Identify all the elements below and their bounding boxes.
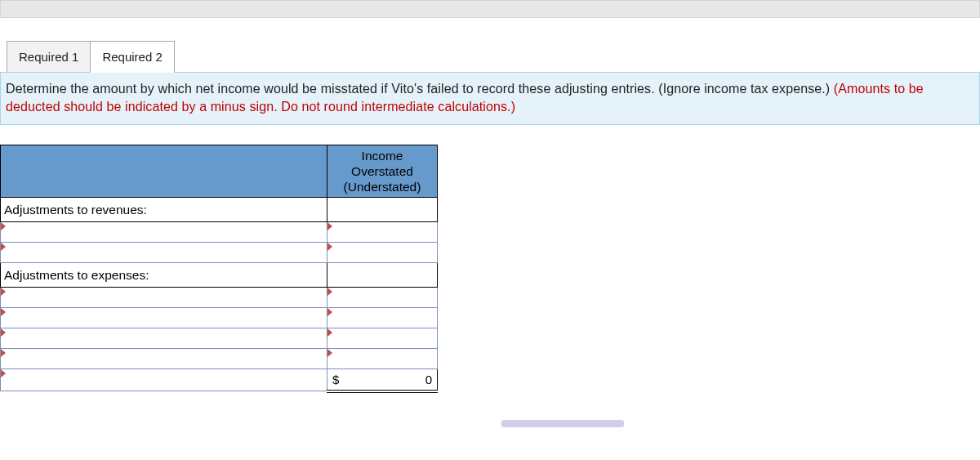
total-value: $ 0 (327, 369, 438, 391)
header-income-col: Income Overstated (Understated) (327, 145, 438, 198)
worksheet-table: Income Overstated (Understated) Adjustme… (0, 145, 980, 393)
section-revenues: Adjustments to revenues: (1, 198, 327, 222)
rev-row-1-label[interactable] (1, 222, 327, 243)
instructions-panel: Determine the amount by which net income… (0, 72, 980, 125)
dropdown-icon (327, 243, 332, 251)
dropdown-icon (1, 222, 6, 230)
section-expenses-right (327, 263, 438, 288)
dropdown-icon (1, 308, 6, 316)
table-row (1, 222, 438, 243)
total-amount: 0 (425, 373, 432, 386)
scroll-area (0, 413, 980, 431)
tab-required-1[interactable]: Required 1 (7, 41, 91, 73)
dropdown-icon (1, 288, 6, 296)
rev-row-1-value[interactable] (327, 222, 438, 243)
dropdown-icon (1, 369, 6, 377)
exp-row-3-label[interactable] (1, 328, 327, 349)
table-row (1, 349, 438, 369)
rev-row-2-label[interactable] (1, 243, 327, 263)
dropdown-icon (327, 288, 332, 296)
table-row (1, 308, 438, 328)
exp-row-2-label[interactable] (1, 308, 327, 328)
rev-row-2-value[interactable] (327, 243, 438, 263)
table-row (1, 288, 438, 308)
dropdown-icon (1, 349, 6, 357)
instructions-main: Determine the amount by which net income… (6, 82, 834, 96)
header-blank (1, 145, 327, 198)
exp-row-3-value[interactable] (327, 328, 438, 349)
exp-row-1-value[interactable] (327, 288, 438, 308)
total-row: $ 0 (1, 369, 438, 391)
section-expenses: Adjustments to expenses: (1, 263, 327, 288)
total-label[interactable] (1, 369, 327, 391)
gap (0, 18, 980, 41)
exp-row-2-value[interactable] (327, 308, 438, 328)
dropdown-icon (327, 222, 332, 230)
currency-symbol: $ (332, 373, 339, 386)
horizontal-scrollbar[interactable] (501, 420, 624, 427)
tab-bar: Required 1 Required 2 (0, 41, 980, 73)
top-toolbar-strip (0, 0, 980, 18)
table-row (1, 243, 438, 263)
dropdown-icon (327, 308, 332, 316)
exp-row-1-label[interactable] (1, 288, 327, 308)
dropdown-icon (327, 349, 332, 357)
dropdown-icon (327, 328, 332, 337)
table-row (1, 328, 438, 349)
dropdown-icon (1, 243, 6, 251)
dropdown-icon (1, 328, 6, 337)
exp-row-4-label[interactable] (1, 349, 327, 369)
exp-row-4-value[interactable] (327, 349, 438, 369)
section-revenues-right (327, 198, 438, 222)
tab-required-2[interactable]: Required 2 (90, 41, 174, 73)
